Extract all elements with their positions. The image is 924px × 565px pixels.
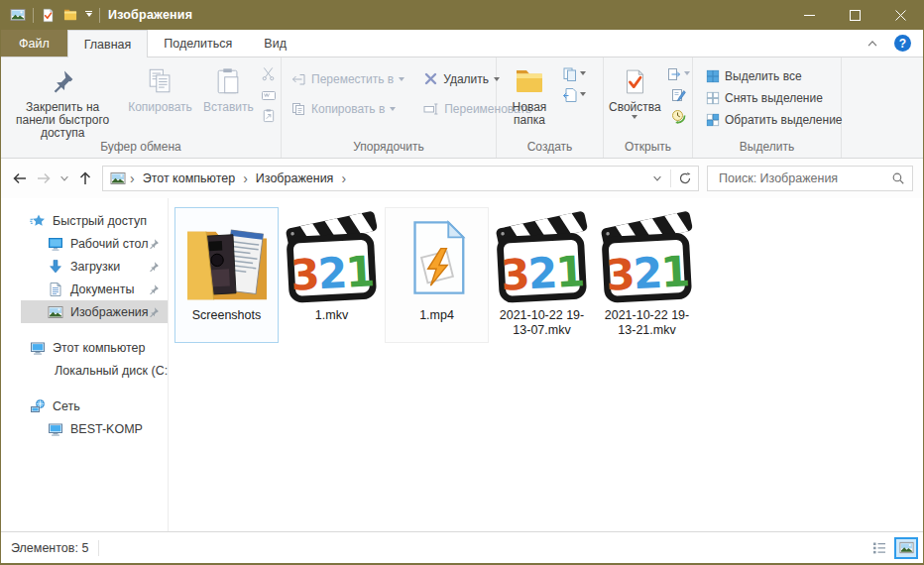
sidebar-item-local-disk[interactable]: Локальный диск (C:) — [21, 359, 168, 382]
collapse-ribbon-icon[interactable] — [866, 37, 879, 51]
computer-icon — [48, 421, 63, 437]
sidebar-item-pictures[interactable]: Изображения — [21, 300, 168, 323]
ribbon-empty-space — [842, 57, 923, 158]
ribbon-group-organize: Переместить в Копировать в Удалить — [282, 57, 497, 158]
sidebar-item-documents[interactable]: Документы — [21, 278, 168, 300]
sidebar-item-best-komp[interactable]: BEST-KOMP — [21, 417, 168, 440]
search-box[interactable] — [707, 166, 913, 191]
history-icon — [670, 108, 686, 124]
close-button[interactable] — [877, 0, 923, 30]
file-tile-1-mkv[interactable]: 1.mkv — [280, 207, 384, 343]
chevron-down-icon — [58, 172, 70, 184]
details-view-button[interactable] — [867, 537, 891, 559]
thumbnails-view-button[interactable] — [894, 537, 918, 559]
breadcrumb-this-pc[interactable]: Этот компьютер — [137, 167, 241, 190]
invert-selection-button[interactable]: Обратить выделение — [701, 110, 848, 129]
file-tile-2021-10-22-19-13-21-mkv[interactable]: 2021-10-22 19-13-21.mkv — [595, 207, 699, 343]
clear-selection-button[interactable]: Снять выделение — [701, 88, 848, 107]
file-tile-screenshots[interactable]: Screenshots — [174, 207, 279, 343]
sidebar-item-desktop[interactable]: Рабочий стол — [21, 232, 168, 255]
copy-icon — [146, 66, 175, 96]
invert-selection-icon — [706, 113, 720, 127]
main-area: Быстрый доступ Рабочий стол Загрузки Док… — [1, 198, 923, 531]
customize-qat-dropdown-icon[interactable] — [85, 11, 92, 20]
navigation-bar: › Этот компьютер › Изображения › — [1, 159, 923, 198]
sidebar-item-network[interactable]: Сеть — [21, 395, 168, 417]
location-pictures-icon — [110, 170, 126, 186]
scissors-icon — [261, 66, 276, 81]
items-count: Элементов: 5 — [11, 541, 88, 555]
navigation-pane: Быстрый доступ Рабочий стол Загрузки Док… — [1, 198, 169, 531]
help-icon[interactable]: ? — [894, 35, 911, 52]
up-button[interactable] — [73, 166, 97, 191]
chevron-down-icon — [651, 172, 663, 184]
breadcrumb-separator: › — [339, 171, 348, 185]
file-tile-2021-10-22-19-13-07-mkv[interactable]: 2021-10-22 19-13-07.mkv — [490, 207, 594, 343]
minimize-button[interactable] — [786, 0, 832, 30]
back-arrow-icon — [12, 170, 28, 186]
media-player-classic-icon — [599, 209, 695, 305]
dropdown-caret-icon — [632, 115, 637, 122]
downloads-icon — [48, 259, 63, 275]
group-label-select: Выделить — [693, 140, 841, 158]
properties-button[interactable]: Свойства — [606, 59, 664, 122]
pin-to-quick-access-button[interactable]: Закрепить на панели быстрого доступа — [3, 59, 122, 140]
pushpin-icon — [50, 68, 75, 94]
paste-shortcut-button[interactable] — [259, 107, 279, 124]
paste-icon — [213, 66, 243, 96]
sidebar-item-quick-access[interactable]: Быстрый доступ — [21, 209, 168, 232]
breadcrumb-pictures[interactable]: Изображения — [250, 167, 340, 190]
tab-file[interactable]: Файл — [1, 30, 67, 56]
copy-path-button[interactable] — [259, 86, 279, 103]
cut-button[interactable] — [259, 65, 279, 82]
details-view-icon — [871, 540, 887, 556]
maximize-button[interactable] — [832, 0, 877, 30]
media-player-classic-icon — [284, 209, 380, 305]
address-bar[interactable]: › Этот компьютер › Изображения › — [102, 166, 699, 191]
network-icon — [30, 398, 46, 414]
move-to-icon — [290, 71, 306, 87]
pictures-icon — [48, 304, 63, 320]
qat-properties-icon[interactable] — [41, 8, 56, 23]
edit-button[interactable] — [664, 86, 692, 103]
paste-button[interactable]: Вставить — [198, 59, 259, 114]
recent-locations-button[interactable] — [56, 166, 73, 191]
select-all-button[interactable]: Выделить все — [701, 66, 848, 85]
tab-home[interactable]: Главная — [67, 30, 149, 57]
dropdown-caret-icon — [390, 107, 396, 114]
clear-selection-icon — [706, 91, 720, 105]
minimize-icon — [804, 10, 815, 21]
winamp-file-icon — [407, 220, 467, 295]
search-input[interactable] — [717, 170, 891, 186]
media-player-classic-icon — [494, 209, 590, 305]
qat-new-folder-icon[interactable] — [62, 8, 78, 22]
move-to-button[interactable]: Переместить в — [286, 69, 409, 88]
edit-icon — [670, 87, 686, 103]
history-button[interactable] — [664, 107, 692, 124]
back-button[interactable] — [8, 166, 32, 191]
quick-access-star-icon — [30, 213, 46, 229]
new-item-button[interactable] — [560, 65, 588, 82]
ribbon-group-new: Новая папка Создать — [497, 57, 604, 158]
sidebar-item-this-pc[interactable]: Этот компьютер — [21, 336, 168, 359]
new-folder-button[interactable]: Новая папка — [499, 59, 560, 127]
easy-access-button[interactable] — [560, 86, 588, 103]
forward-button[interactable] — [32, 166, 56, 191]
new-item-icon — [562, 66, 578, 82]
ribbon-tabs: Файл Главная Поделиться Вид ? — [1, 30, 923, 57]
refresh-icon — [678, 171, 692, 185]
search-icon — [891, 171, 905, 185]
open-button[interactable] — [664, 65, 692, 82]
group-label-open: Открыть — [604, 140, 692, 158]
copy-button[interactable]: Копировать — [122, 59, 197, 114]
file-tile-1-mp4[interactable]: 1.mp4 — [385, 207, 489, 343]
divider — [98, 540, 99, 556]
new-folder-icon — [514, 66, 545, 96]
refresh-button[interactable] — [671, 167, 698, 190]
copy-to-button[interactable]: Копировать в — [286, 99, 409, 118]
address-history-dropdown[interactable] — [643, 167, 670, 190]
tab-share[interactable]: Поделиться — [148, 30, 248, 56]
group-label-organize: Упорядочить — [282, 140, 496, 158]
tab-view[interactable]: Вид — [248, 30, 302, 56]
sidebar-item-downloads[interactable]: Загрузки — [21, 255, 168, 278]
